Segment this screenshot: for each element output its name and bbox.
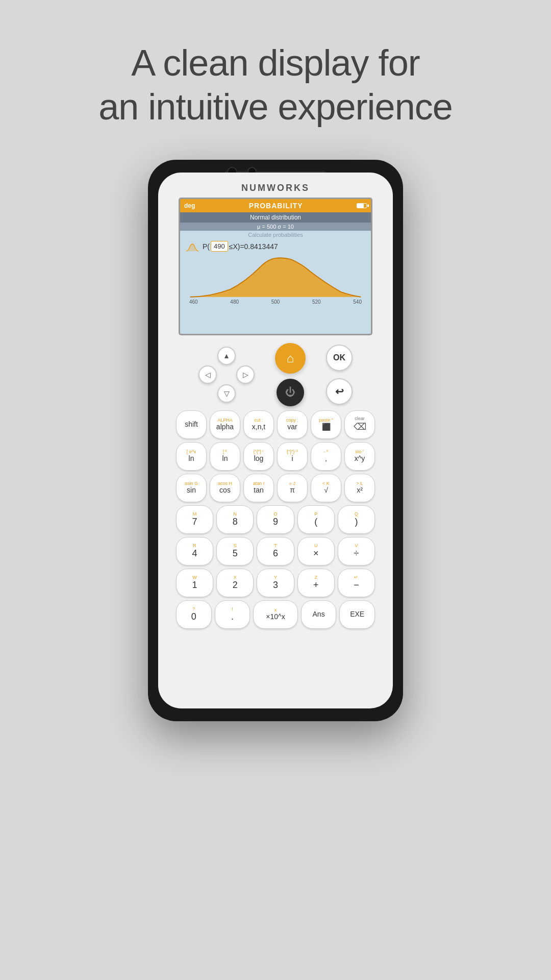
axis-label-460: 460 [189, 299, 198, 305]
comma-key[interactable]: - ᴱ , [311, 442, 341, 471]
normal-distribution-chart [180, 254, 371, 300]
chart-axis: 460 480 500 520 540 [180, 299, 371, 306]
shift-key[interactable]: shift [176, 410, 207, 439]
axis-label-500: 500 [271, 299, 280, 305]
key-multiply[interactable]: U × [297, 537, 335, 566]
headline-line2: an intuitive experience [98, 85, 452, 129]
phone-inner: NUMWORKS deg PROBABILITY Normal distribu… [158, 173, 393, 708]
key-0[interactable]: ? 0 [176, 600, 212, 629]
screen-deg: deg [184, 202, 195, 209]
key-exp[interactable]: x ×10^x [253, 600, 298, 629]
key-2[interactable]: X 2 [216, 569, 254, 597]
home-button[interactable]: ⌂ [275, 343, 306, 374]
key-row-2: [ e^x ln ] ᴮ ln {"{"} ᶜ log {"}"} ᴰ i [176, 442, 375, 471]
prob-leq: ≤X)= [229, 242, 244, 251]
screen-calc-label: Calculate probabilities [180, 231, 371, 239]
alpha-key[interactable]: ALPHA alpha [210, 410, 240, 439]
prob-input-value: 490 [211, 241, 228, 252]
screen-prob-row: P( 490 ≤X)= 0.8413447 [180, 239, 371, 254]
calculator-screen: deg PROBABILITY Normal distribution μ = … [179, 198, 372, 335]
headline-line1: A clean display for [98, 41, 452, 85]
ok-button[interactable]: OK [326, 345, 353, 371]
key-exe[interactable]: EXE [339, 600, 375, 629]
axis-label-480: 480 [230, 299, 239, 305]
back-button[interactable]: ↩ [326, 378, 353, 405]
dpad-down-button[interactable]: ▽ [217, 384, 236, 403]
key-row-6: W 1 X 2 Y 3 Z + [176, 569, 375, 597]
chart-area: 460 480 500 520 540 [180, 254, 371, 307]
dpad-right-button[interactable]: ▷ [236, 365, 255, 384]
brand-label: NUMWORKS [241, 183, 310, 193]
i-key[interactable]: {"}"} ᴰ i [277, 442, 308, 471]
prob-result: 0.8413447 [244, 242, 278, 251]
key-ans[interactable]: Ans [301, 600, 337, 629]
key-8[interactable]: N 8 [216, 505, 254, 534]
controls-area: ▲ ◁ ▷ ▽ ⌂ ⏻ OK ↩ [158, 335, 393, 629]
key-6[interactable]: T 6 [257, 537, 294, 566]
axis-label-520: 520 [312, 299, 321, 305]
key-divide[interactable]: V ÷ [338, 537, 375, 566]
key-row-3: asin G sin acos H cos atan I tan = J π [176, 474, 375, 502]
headline: A clean display for an intuitive experie… [98, 41, 452, 129]
key-7[interactable]: M 7 [176, 505, 213, 534]
battery-fill [357, 204, 364, 208]
dpad: ▲ ◁ ▷ ▽ [198, 347, 255, 403]
pi-key[interactable]: = J π [277, 474, 308, 502]
ex-key[interactable]: [ e^x ln [176, 442, 207, 471]
center-buttons: ⌂ ⏻ [275, 343, 306, 406]
x2-key[interactable]: > L x² [344, 474, 375, 502]
key-dot[interactable]: ! . [215, 600, 251, 629]
screen-subtitle: Normal distribution [180, 212, 371, 223]
dpad-left-button[interactable]: ◁ [198, 365, 217, 384]
battery-icon [357, 203, 367, 208]
key-3[interactable]: Y 3 [257, 569, 294, 597]
keyboard: shift ALPHA alpha cut : x,n,t copy ; var [168, 410, 383, 629]
sto-key[interactable]: sto ᶠ x^y [344, 442, 375, 471]
bell-curve-icon [185, 241, 199, 252]
key-5[interactable]: S 5 [216, 537, 254, 566]
key-row-4: M 7 N 8 O 9 P ( [176, 505, 375, 534]
power-button[interactable]: ⏻ [277, 379, 304, 406]
screen-params: μ = 500 σ = 10 [180, 223, 371, 231]
cos-key[interactable]: acos H cos [210, 474, 240, 502]
home-icon: ⌂ [287, 351, 294, 365]
screen-title: PROBABILITY [195, 202, 357, 210]
axis-label-540: 540 [353, 299, 362, 305]
key-row-1: shift ALPHA alpha cut : x,n,t copy ; var [176, 410, 375, 439]
phone-shell: NUMWORKS deg PROBABILITY Normal distribu… [148, 160, 403, 721]
ln-key[interactable]: ] ᴮ ln [210, 442, 240, 471]
screen-header: deg PROBABILITY [180, 199, 371, 212]
sqrt-key[interactable]: < K √ [311, 474, 341, 502]
key-lparen[interactable]: P ( [297, 505, 335, 534]
prob-formula: P( [203, 242, 210, 251]
var-key[interactable]: copy ; var [277, 410, 308, 439]
key-rparen[interactable]: Q ) [338, 505, 375, 534]
nav-row: ▲ ◁ ▷ ▽ ⌂ ⏻ OK ↩ [168, 343, 383, 406]
power-icon: ⏻ [285, 386, 295, 398]
ok-back-buttons: OK ↩ [326, 345, 353, 405]
key-row-7: ? 0 ! . x ×10^x Ans EXE [176, 600, 375, 629]
key-4[interactable]: R 4 [176, 537, 213, 566]
xnt-key[interactable]: cut : x,n,t [243, 410, 274, 439]
key-9[interactable]: O 9 [257, 505, 294, 534]
key-row-5: R 4 S 5 T 6 U × [176, 537, 375, 566]
paste-key[interactable]: paste " ⬛ [311, 410, 341, 439]
sin-key[interactable]: asin G sin [176, 474, 207, 502]
key-minus[interactable]: ↵ − [338, 569, 375, 597]
key-plus[interactable]: Z + [297, 569, 335, 597]
tan-key[interactable]: atan I tan [243, 474, 274, 502]
dpad-up-button[interactable]: ▲ [217, 347, 236, 365]
log-key[interactable]: {"{"} ᶜ log [243, 442, 274, 471]
clear-key[interactable]: clear ⌫ [344, 410, 375, 439]
key-1[interactable]: W 1 [176, 569, 213, 597]
